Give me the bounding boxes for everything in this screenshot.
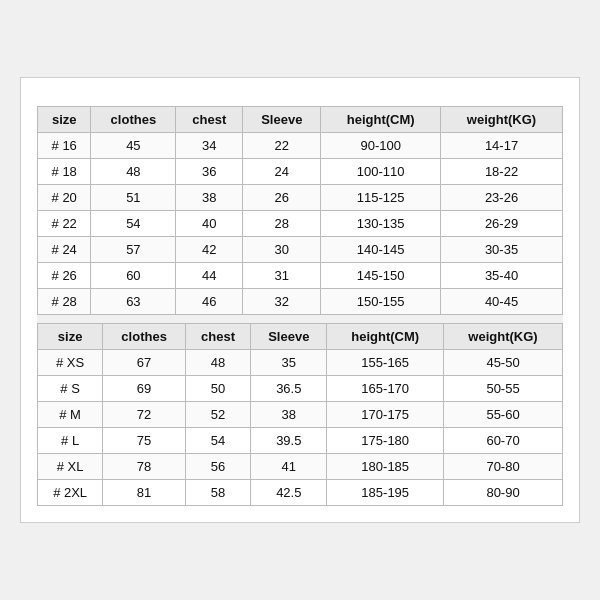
- table2-cell-3-4: 175-180: [327, 428, 444, 454]
- table1-cell-6-5: 40-45: [441, 289, 563, 315]
- table2-cell-4-0: # XL: [38, 454, 103, 480]
- table1-cell-1-5: 18-22: [441, 159, 563, 185]
- table2-cell-4-5: 70-80: [444, 454, 563, 480]
- table2-cell-1-0: # S: [38, 376, 103, 402]
- table1-cell-0-5: 14-17: [441, 133, 563, 159]
- table2-cell-3-3: 39.5: [251, 428, 327, 454]
- table-row: # S695036.5165-17050-55: [38, 376, 563, 402]
- table1-cell-5-1: 60: [91, 263, 176, 289]
- table2-cell-5-5: 80-90: [444, 480, 563, 506]
- table2-cell-3-2: 54: [185, 428, 250, 454]
- table1-cell-2-1: 51: [91, 185, 176, 211]
- table1-cell-5-4: 145-150: [321, 263, 441, 289]
- table1-cell-4-2: 42: [176, 237, 243, 263]
- table-row: # 20513826115-12523-26: [38, 185, 563, 211]
- col-header-5-table1: weight(KG): [441, 107, 563, 133]
- table1-cell-6-2: 46: [176, 289, 243, 315]
- table-row: # L755439.5175-18060-70: [38, 428, 563, 454]
- table2-cell-0-5: 45-50: [444, 350, 563, 376]
- table2-cell-0-1: 67: [103, 350, 186, 376]
- table2-cell-5-4: 185-195: [327, 480, 444, 506]
- table1-cell-4-5: 30-35: [441, 237, 563, 263]
- table2-cell-2-1: 72: [103, 402, 186, 428]
- table-row: # XS674835155-16545-50: [38, 350, 563, 376]
- table-row: # XL785641180-18570-80: [38, 454, 563, 480]
- table1-cell-4-4: 140-145: [321, 237, 441, 263]
- col-header-0-table1: size: [38, 107, 91, 133]
- table1-cell-6-0: # 28: [38, 289, 91, 315]
- table-row: # 24574230140-14530-35: [38, 237, 563, 263]
- table-row: # M725238170-17555-60: [38, 402, 563, 428]
- table1-cell-2-5: 23-26: [441, 185, 563, 211]
- table1-cell-1-4: 100-110: [321, 159, 441, 185]
- table1-cell-3-1: 54: [91, 211, 176, 237]
- table2-cell-2-0: # M: [38, 402, 103, 428]
- col-header-4-table2: height(CM): [327, 324, 444, 350]
- table1-cell-6-4: 150-155: [321, 289, 441, 315]
- table1-cell-2-3: 26: [243, 185, 321, 211]
- table1-cell-2-2: 38: [176, 185, 243, 211]
- table1-cell-5-3: 31: [243, 263, 321, 289]
- table-row: # 28634632150-15540-45: [38, 289, 563, 315]
- table2-cell-0-3: 35: [251, 350, 327, 376]
- table1-cell-0-3: 22: [243, 133, 321, 159]
- col-header-3-table2: Sleeve: [251, 324, 327, 350]
- table2-cell-1-3: 36.5: [251, 376, 327, 402]
- table2-cell-0-4: 155-165: [327, 350, 444, 376]
- table2-cell-2-4: 170-175: [327, 402, 444, 428]
- table1-cell-0-4: 90-100: [321, 133, 441, 159]
- table1-cell-1-0: # 18: [38, 159, 91, 185]
- size-chart-card: sizeclotheschestSleeveheight(CM)weight(K…: [20, 77, 580, 523]
- table1-cell-4-3: 30: [243, 237, 321, 263]
- table2-cell-2-3: 38: [251, 402, 327, 428]
- table2-cell-4-3: 41: [251, 454, 327, 480]
- table2-cell-3-5: 60-70: [444, 428, 563, 454]
- col-header-5-table2: weight(KG): [444, 324, 563, 350]
- table1-cell-1-1: 48: [91, 159, 176, 185]
- col-header-2-table2: chest: [185, 324, 250, 350]
- table2-cell-4-2: 56: [185, 454, 250, 480]
- table1-cell-0-0: # 16: [38, 133, 91, 159]
- col-header-0-table2: size: [38, 324, 103, 350]
- table1-cell-2-0: # 20: [38, 185, 91, 211]
- table2-cell-2-2: 52: [185, 402, 250, 428]
- table2-cell-4-1: 78: [103, 454, 186, 480]
- table2-cell-0-0: # XS: [38, 350, 103, 376]
- table-row: # 26604431145-15035-40: [38, 263, 563, 289]
- table-row: # 2XL815842.5185-19580-90: [38, 480, 563, 506]
- col-header-1-table2: clothes: [103, 324, 186, 350]
- table1-cell-5-5: 35-40: [441, 263, 563, 289]
- col-header-1-table1: clothes: [91, 107, 176, 133]
- table-row: # 1645342290-10014-17: [38, 133, 563, 159]
- table1-cell-6-3: 32: [243, 289, 321, 315]
- table1-cell-5-0: # 26: [38, 263, 91, 289]
- table1-cell-0-1: 45: [91, 133, 176, 159]
- table1-header-row: sizeclotheschestSleeveheight(CM)weight(K…: [38, 107, 563, 133]
- table2-cell-2-5: 55-60: [444, 402, 563, 428]
- table2-cell-1-5: 50-55: [444, 376, 563, 402]
- table1-cell-3-2: 40: [176, 211, 243, 237]
- table-row: # 18483624100-11018-22: [38, 159, 563, 185]
- table1-cell-1-2: 36: [176, 159, 243, 185]
- table1-cell-6-1: 63: [91, 289, 176, 315]
- table1-cell-3-5: 26-29: [441, 211, 563, 237]
- table-row: # 22544028130-13526-29: [38, 211, 563, 237]
- table2-cell-1-2: 50: [185, 376, 250, 402]
- table2-header-row: sizeclotheschestSleeveheight(CM)weight(K…: [38, 324, 563, 350]
- table1-cell-4-1: 57: [91, 237, 176, 263]
- table2-cell-3-0: # L: [38, 428, 103, 454]
- size-table-1: sizeclotheschestSleeveheight(CM)weight(K…: [37, 106, 563, 315]
- table2-cell-1-1: 69: [103, 376, 186, 402]
- col-header-3-table1: Sleeve: [243, 107, 321, 133]
- table1-cell-0-2: 34: [176, 133, 243, 159]
- table1-cell-4-0: # 24: [38, 237, 91, 263]
- table1-cell-2-4: 115-125: [321, 185, 441, 211]
- table2-cell-5-3: 42.5: [251, 480, 327, 506]
- table2-cell-5-0: # 2XL: [38, 480, 103, 506]
- table2-cell-4-4: 180-185: [327, 454, 444, 480]
- table2-cell-5-2: 58: [185, 480, 250, 506]
- table1-cell-1-3: 24: [243, 159, 321, 185]
- table1-cell-5-2: 44: [176, 263, 243, 289]
- col-header-2-table1: chest: [176, 107, 243, 133]
- table2-cell-0-2: 48: [185, 350, 250, 376]
